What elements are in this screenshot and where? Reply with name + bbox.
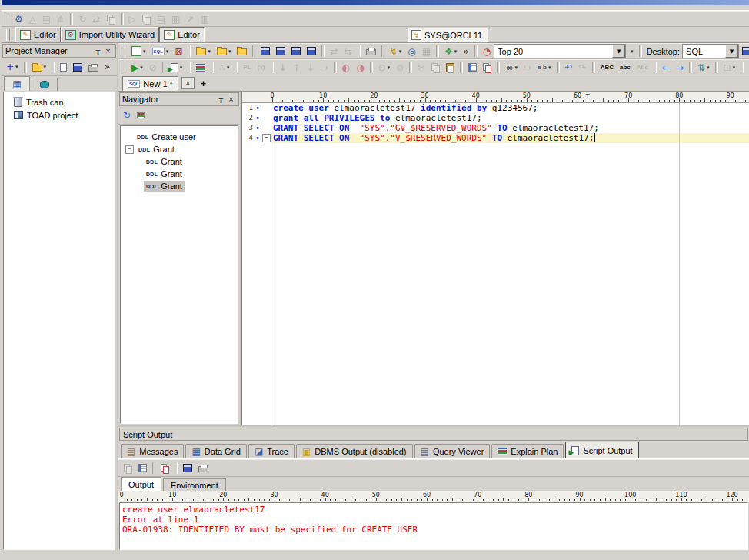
undo-button[interactable]: ↶ [563,60,575,75]
find-button[interactable]: ∞▾ [503,60,520,75]
end-connection-button[interactable]: ⊠ [172,44,185,58]
toolbar-overflow-button[interactable]: » [461,44,471,58]
ruler-number: 80 [675,92,683,99]
code-token: create user [273,103,329,113]
window-button-import-utility-wizard[interactable]: Import Utility Wizard [61,27,159,42]
code-line-4[interactable]: 4•−GRANT SELECT ON "SYS"."V_$RESERVED_WO… [242,133,749,143]
refresh-navigator-button[interactable]: ↻ [121,108,133,123]
ruler-tick [493,499,494,501]
format-code-button[interactable]: ⇅▾ [695,60,712,75]
output-tab-data-grid[interactable]: ▦Data Grid [185,444,246,458]
open-file-button[interactable]: ▾ [194,44,213,58]
execute-as-script-button[interactable]: ▾ [168,60,185,75]
object-search-button[interactable]: ◎ [405,44,418,58]
new-sql-window-button[interactable]: SQL▾ [150,44,171,58]
more-buttons-button[interactable]: » [102,60,112,75]
ruler-tick [700,100,701,102]
project-tree[interactable]: Trash canTOAD project [3,92,115,550]
editor-text-area[interactable]: 1•create user elmaoracletest17 identifie… [242,103,749,425]
new-tab-button[interactable]: + [201,78,206,89]
code-line-2[interactable]: 2•grant all PRIVILEGES to elmaoracletest… [242,113,749,123]
chevron-down-icon[interactable]: ▼ [725,45,738,58]
print-project-button[interactable] [86,60,101,75]
output-tab-dbms-output[interactable]: ▣DBMS Output (disabled) [296,444,413,458]
new-window-button[interactable]: ❖▾ [442,44,459,58]
new-connection-button[interactable]: ▾ [129,44,148,58]
navigator-item-grant[interactable]: −DDLGrant [121,143,238,155]
lowercase-button[interactable]: abc [618,60,633,75]
code-templates-button[interactable]: ⚙ [12,12,25,26]
output-copy-button[interactable] [158,461,171,475]
output-tab-trace[interactable]: ◪Trace [248,444,295,458]
execute-statement-button[interactable]: ▶▾ [129,60,145,75]
toolbar-grip[interactable] [122,62,125,73]
chevron-down-icon[interactable]: ▼ [612,45,625,58]
row-limit-more-button[interactable]: ▾ [627,44,636,58]
paste-text-button[interactable] [444,60,457,75]
document-tab[interactable]: SQL New 1 * [122,76,178,91]
save-desktop-button[interactable]: ▾ [740,44,749,58]
auto-trace-button[interactable]: ◔ [481,44,493,58]
output-tab-explain-plan[interactable]: Explain Plan [491,444,564,458]
close-icon[interactable]: × [103,47,113,55]
connection-tab[interactable]: ↯ SYS@ORCL11 [408,28,488,42]
output-save-button[interactable] [181,461,195,475]
pin-icon[interactable]: ┰ [216,95,226,103]
syntax-check-button[interactable] [466,60,479,75]
window-button-editor[interactable]: Editor [15,27,61,42]
code-line-3[interactable]: 3•GRANT SELECT ON "SYS"."GV_$RESERVED_WO… [242,123,749,133]
open-project-button[interactable]: ▾ [30,60,49,75]
window-titlebar[interactable] [2,0,749,5]
tree-item-trash-can[interactable]: Trash can [4,95,115,108]
output-check-button[interactable] [136,461,149,475]
copy-format-button[interactable] [481,60,494,75]
halt-debug-button[interactable]: ◐ [340,60,352,75]
tree-item-toad-project[interactable]: TOAD project [4,108,115,122]
fold-collapse-icon[interactable]: − [262,134,271,142]
save-file-button[interactable] [258,44,272,58]
save-network-file-button[interactable] [305,44,318,58]
detach-debug-button[interactable]: ◑ [354,60,366,75]
tab-database-view[interactable] [32,78,58,91]
toolbar-grip[interactable] [5,13,8,25]
print-file-button[interactable] [364,44,378,58]
desktop-combobox[interactable]: SQL ▼ [682,44,739,58]
save-project-button[interactable] [71,60,85,75]
open-add-file-button[interactable]: ▾ [215,44,234,58]
pin-icon[interactable]: ┰ [93,47,103,55]
toolbar-grip[interactable] [122,45,125,57]
navigator-options-button[interactable] [135,108,147,123]
output-tab-query-viewer[interactable]: ▤Query Viewer [414,444,491,458]
unindent-button[interactable]: ← [660,60,672,75]
navigator-item-grant[interactable]: DDLGrant [121,155,238,168]
row-limit-combobox[interactable]: Top 20 ▼ [494,44,626,58]
window-button-editor[interactable]: Editor [159,27,205,42]
close-tab-button[interactable]: × [181,77,195,89]
navigator-item-create-user[interactable]: DDLCreate user [121,131,238,143]
add-item-button[interactable]: +▾ [4,60,21,75]
subtab-environment[interactable]: Environment [163,478,226,491]
navigator-item-grant[interactable]: DDLGrant [121,168,238,180]
save-all-files-button[interactable] [289,44,303,58]
code-line-1[interactable]: 1•create user elmaoracletest17 identifie… [242,103,749,113]
output-copy-icon [161,464,169,473]
indent-button[interactable]: → [674,60,686,75]
replace-button[interactable]: a-b▾ [535,60,554,75]
close-icon[interactable]: × [226,95,236,103]
output-tab-messages[interactable]: ▤Messages [121,444,184,458]
uppercase-button[interactable]: ABC [598,60,616,75]
save-file-as-button[interactable] [274,44,288,58]
menu-bar[interactable] [2,5,749,11]
new-project-button[interactable] [58,60,69,75]
explain-plan-current-button[interactable] [194,60,208,75]
output-tab-script-output[interactable]: Script Output [565,442,638,458]
describe-objects-button[interactable]: ↯▾ [388,44,404,58]
tree-expander-icon[interactable]: − [125,145,134,154]
navigator-item-grant[interactable]: DDLGrant [121,180,238,192]
open-network-file-button[interactable] [235,44,249,58]
output-print-button[interactable] [196,461,211,475]
tab-project-view[interactable]: ▦ [4,76,30,91]
subtab-output[interactable]: Output [121,477,161,491]
toolbar-grip[interactable] [6,29,10,41]
navigator-tree[interactable]: DDLCreate user−DDLGrantDDLGrantDDLGrantD… [120,125,238,424]
